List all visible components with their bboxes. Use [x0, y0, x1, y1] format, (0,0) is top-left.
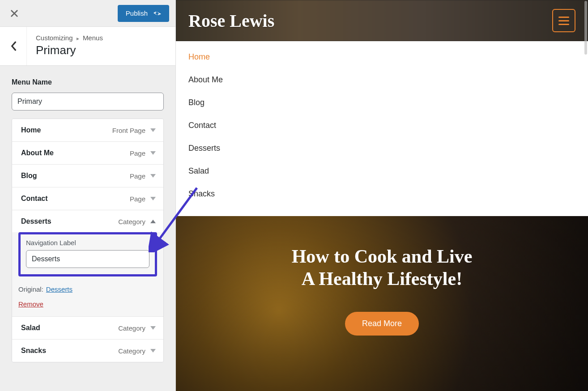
nav-link-contact[interactable]: Contact: [188, 114, 575, 137]
breadcrumb-section: Menus: [83, 34, 103, 42]
hero-line-2: A Healthy Lifestyle!: [176, 268, 588, 290]
menu-name-input[interactable]: [12, 93, 164, 110]
nav-link-about-me[interactable]: About Me: [188, 68, 575, 91]
menu-item-contact[interactable]: ContactPage: [12, 187, 163, 210]
breadcrumb-sep-icon: ▸: [77, 35, 79, 42]
nav-link-snacks[interactable]: Snacks: [188, 183, 575, 205]
menu-item-type: Category: [118, 347, 145, 355]
hero-line-1: How to Cook and Live: [176, 245, 588, 268]
navigation-label-input[interactable]: [26, 250, 149, 268]
menu-items-list: HomeFront PageAbout MePageBlogPageContac…: [12, 119, 164, 362]
menu-item-salad[interactable]: SaladCategory: [12, 317, 163, 340]
menu-item-blog[interactable]: BlogPage: [12, 165, 163, 187]
menu-item-label: Snacks: [21, 347, 118, 355]
menu-item-type: Page: [130, 172, 145, 180]
original-row: Original:Desserts: [18, 285, 157, 293]
menu-item-type: Page: [130, 195, 145, 203]
chevron-down-icon[interactable]: [150, 127, 156, 133]
chevron-left-icon: [10, 41, 17, 51]
nav-link-salad[interactable]: Salad: [188, 160, 575, 183]
menu-item-snacks[interactable]: SnacksCategory: [12, 340, 163, 362]
original-label: Original:: [18, 285, 43, 293]
chevron-down-icon[interactable]: [150, 196, 156, 202]
breadcrumb-root: Customizing: [36, 34, 73, 42]
nav-link-blog[interactable]: Blog: [188, 91, 575, 114]
menu-item-type: Page: [130, 149, 145, 157]
customizer-panel[interactable]: Menu Name HomeFront PageAbout MePageBlog…: [0, 66, 175, 391]
menu-item-type: Category: [118, 324, 145, 332]
hero-copy: How to Cook and Live A Healthy Lifestyle…: [176, 245, 588, 336]
chevron-up-icon[interactable]: [150, 218, 156, 225]
preview-scrollbar[interactable]: [584, 1, 587, 55]
nav-link-desserts[interactable]: Desserts: [188, 137, 575, 160]
menu-item-label: Contact: [21, 195, 130, 203]
menu-item-desserts[interactable]: DessertsCategory: [12, 210, 163, 233]
chevron-down-icon[interactable]: [150, 325, 156, 331]
site-preview: Rose Lewis HomeAbout MeBlogContactDesser…: [176, 0, 588, 391]
original-link[interactable]: Desserts: [46, 285, 72, 293]
menu-item-label: About Me: [21, 149, 130, 157]
menu-name-label: Menu Name: [12, 78, 164, 86]
menu-item-label: Home: [21, 126, 112, 134]
menu-item-about-me[interactable]: About MePage: [12, 142, 163, 165]
chevron-down-icon[interactable]: [150, 173, 156, 179]
hamburger-menu-button[interactable]: [552, 9, 575, 32]
breadcrumb-path: Customizing ▸ Menus: [36, 34, 166, 42]
navigation-label-title: Navigation Label: [26, 239, 149, 246]
breadcrumb-title: Primary: [36, 43, 166, 57]
menu-item-label: Salad: [21, 324, 118, 332]
chevron-down-icon[interactable]: [150, 348, 156, 354]
breadcrumb-text: Customizing ▸ Menus Primary: [27, 27, 175, 65]
sidebar-topbar: Publish: [0, 0, 175, 27]
site-header: Rose Lewis: [176, 0, 588, 41]
back-button[interactable]: [0, 27, 27, 65]
menu-item-type: Category: [118, 218, 145, 225]
menu-item-home[interactable]: HomeFront Page: [12, 119, 163, 142]
menu-item-type: Front Page: [112, 127, 145, 134]
navigation-label-highlight: Navigation Label: [18, 232, 157, 276]
chevron-down-icon[interactable]: [150, 150, 156, 156]
remove-menu-item-link[interactable]: Remove: [18, 300, 43, 308]
hamburger-icon: [558, 20, 569, 21]
nav-link-home[interactable]: Home: [188, 46, 575, 68]
breadcrumb-row: Customizing ▸ Menus Primary: [0, 27, 175, 66]
menu-item-label: Blog: [21, 172, 130, 180]
menu-item-label: Desserts: [21, 217, 118, 225]
publish-label: Publish: [126, 9, 148, 17]
menu-item-expanded-body: Navigation LabelOriginal:DessertsRemove: [12, 232, 164, 317]
close-icon: [10, 9, 18, 17]
gear-icon: [153, 9, 161, 17]
read-more-button[interactable]: Read More: [345, 312, 419, 336]
publish-button[interactable]: Publish: [118, 5, 169, 22]
site-brand[interactable]: Rose Lewis: [188, 10, 274, 31]
customizer-sidebar: Publish Customizing ▸ Menus Primary Menu…: [0, 0, 176, 391]
close-customizer-button[interactable]: [6, 5, 22, 21]
nav-dropdown: HomeAbout MeBlogContactDessertsSaladSnac…: [176, 41, 588, 216]
